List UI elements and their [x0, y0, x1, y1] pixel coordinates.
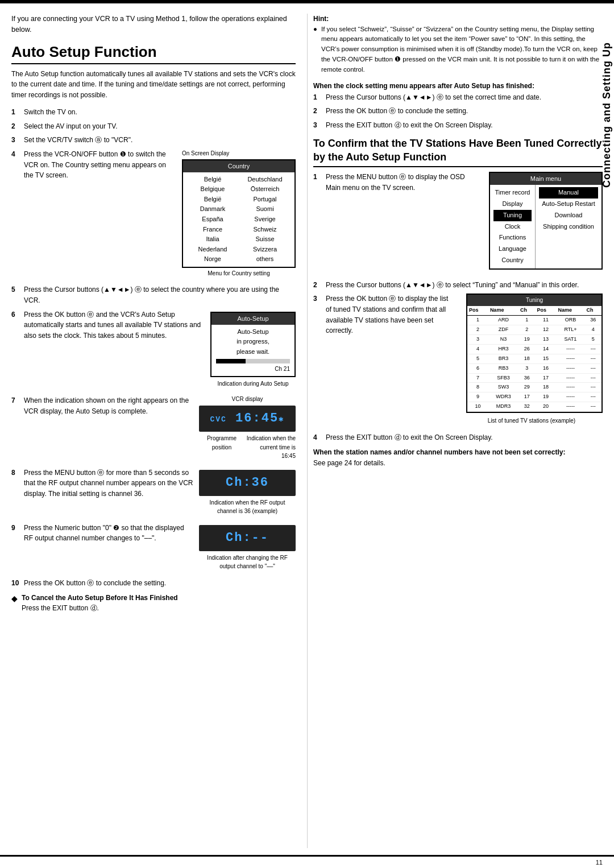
country-item: Nederland	[186, 245, 239, 255]
step-content-2: Select the AV input on your TV.	[24, 121, 296, 132]
station-note-heading: When the station names and/or channel nu…	[313, 448, 565, 456]
hint-title: Hint:	[313, 14, 603, 24]
vcr-prefix: CVC	[210, 415, 226, 424]
step-5: 5 Press the Cursor buttons (▲▼◄►) ⓔ to s…	[11, 284, 296, 305]
country-menu-block: On Screen Display Country Belgié Belgiqu…	[182, 149, 296, 278]
step-content-7: When the indication shown on the right a…	[24, 395, 193, 416]
step-1: 1 Switch the TV on.	[11, 107, 296, 118]
station-note: When the station names and/or channel nu…	[313, 447, 603, 468]
vcr-display3-block: Ch:-- Indication after changing the RF o…	[199, 523, 296, 571]
tuning-table-header-row: Pos Name Ch Pos Name Ch	[467, 306, 601, 315]
mm-sub-item: Shipping condition	[539, 221, 598, 233]
step-num-8: 8	[11, 468, 24, 499]
clock-step-text-3: Press the EXIT button ⓓ to exit the On S…	[326, 120, 493, 131]
table-row: 5BR31815--------	[467, 354, 601, 363]
auto-setup-box: Auto-Setup Auto-Setup in progress, pleas…	[210, 312, 296, 378]
step-num-1: 1	[11, 107, 24, 118]
vcr-display2: Ch:36	[199, 470, 296, 496]
main-menu-block: Main menu Timer record Display Tuning Cl…	[483, 172, 603, 273]
auto-setup-line1: Auto-Setup	[216, 327, 290, 337]
osd-main-menu: Main menu Timer record Display Tuning Cl…	[489, 172, 603, 270]
confirm-step-text-4: Press the EXIT button ⓓ to exit the On S…	[326, 432, 493, 443]
auto-setup-header: Auto-Setup	[211, 313, 294, 325]
step-9: Ch:-- Indication after changing the RF o…	[11, 523, 296, 574]
osd-mm-header: Main menu	[490, 173, 601, 185]
clock-heading: When the clock setting menu appears afte…	[313, 82, 603, 90]
country-item: Belgié	[186, 175, 239, 185]
country-item: Danmark	[186, 204, 239, 214]
step-num-9: 9	[11, 523, 24, 544]
col-name1: Name	[488, 306, 518, 315]
auto-setup-line2: in progress,	[216, 337, 290, 347]
tuning-table-body: 1ARD111ORB36 2ZDF212RTL+4 3N31913SAT15 4…	[467, 315, 601, 411]
ch-indicator: Ch 21	[216, 365, 290, 374]
left-column: If you are connecting your VCR to a TV u…	[11, 14, 307, 848]
step-num-2: 2	[11, 121, 24, 132]
step-4-text-row: 4 Press the VCR-ON/OFF button ❶ to switc…	[11, 149, 176, 181]
mm-item: Timer record	[493, 187, 532, 199]
right-column: Hint: ● If you select “Schweiz”, “Suisse…	[307, 14, 603, 848]
col-pos2: Pos	[536, 306, 557, 315]
step-2: 2 Select the AV input on your TV.	[11, 121, 296, 132]
country-menu-header: Country	[183, 160, 294, 172]
country-item: Svizzera	[239, 245, 291, 255]
mm-item: Functions	[493, 232, 532, 243]
confirm-step-num-3: 3	[313, 294, 326, 336]
country-item: Suisse	[239, 234, 291, 245]
osd-mm-left: Timer record Display Tuning Clock Functi…	[490, 185, 536, 268]
step-7-text-row: 7 When the indication shown on the right…	[11, 395, 193, 416]
step-num-4: 4	[11, 149, 24, 181]
step-content-9: Press the Numeric button "0" ❷ so that t…	[24, 523, 193, 544]
step-content-6: Press the OK button ⓔ and the VCR's Auto…	[24, 309, 205, 341]
mm-item: Language	[493, 243, 532, 255]
country-item: Schweiz	[239, 225, 291, 235]
country-item: België	[186, 195, 239, 205]
country-item: Belgique	[186, 184, 239, 195]
country-item: Italia	[186, 234, 239, 245]
mm-item: Display	[493, 199, 532, 210]
confirm-steps-list: Main menu Timer record Display Tuning Cl…	[313, 172, 603, 443]
step-num-5: 5	[11, 284, 24, 305]
tuning-table-block: Tuning Pos Name Ch Pos Name	[460, 294, 603, 425]
vcr-display1-block: VCR display CVC 16:45✱ Programme positio…	[199, 395, 296, 461]
step-content-8: Press the MENU button ⓔ for more than 5 …	[24, 468, 193, 499]
table-row: 8SW32918--------	[467, 383, 601, 392]
confirm-step-1: Main menu Timer record Display Tuning Cl…	[313, 172, 603, 276]
progress-bar-inner	[216, 359, 246, 363]
step-4: On Screen Display Country Belgié Belgiqu…	[11, 149, 296, 281]
confirm-step-3: Tuning Pos Name Ch Pos Name	[313, 294, 603, 428]
country-item: France	[186, 225, 239, 235]
col-ch2: Ch	[584, 306, 601, 315]
step-9-text-row: 9 Press the Numeric button "0" ❷ so that…	[11, 523, 193, 544]
country-col-2: Deutschland Österreich Portugal Suomi Sv…	[239, 175, 291, 264]
country-item: España	[186, 214, 239, 225]
auto-setup-block: Auto-Setup Auto-Setup in progress, pleas…	[210, 309, 296, 388]
col-ch1: Ch	[518, 306, 535, 315]
intro-text: If you are connecting your VCR to a TV u…	[11, 14, 296, 35]
sidebar-label: Connecting and Setting Up	[601, 42, 613, 188]
clock-step-3: 3 Press the EXIT button ⓓ to exit the On…	[313, 120, 603, 131]
step-content-1: Switch the TV on.	[24, 107, 296, 118]
hint-bullet-row: ● If you select “Schweiz”, “Suisse” or “…	[313, 24, 603, 75]
country-item: Österreich	[239, 184, 291, 195]
osd-mm-right: Manual Auto-Setup Restart Download Shipp…	[536, 185, 601, 268]
country-menu: Country Belgié Belgique België Danmark E…	[182, 159, 296, 268]
col-name2: Name	[556, 306, 584, 315]
auto-setup-line3: please wait.	[216, 347, 290, 357]
clock-step-text-1: Press the Cursor buttons (▲▼◄►) ⓔ to set…	[326, 92, 541, 103]
auto-setup-body: Auto-Setup in progress, please wait. Ch …	[211, 325, 294, 377]
left-steps-list: 1 Switch the TV on. 2 Select the AV inpu…	[11, 107, 296, 588]
country-col-1: Belgié Belgique België Danmark España Fr…	[186, 175, 239, 264]
mm-sub-item: Auto-Setup Restart	[539, 199, 598, 210]
mm-sub-item: Download	[539, 210, 598, 221]
osd-mm-body: Timer record Display Tuning Clock Functi…	[490, 185, 601, 268]
confirm-step-3-text-row: 3 Press the OK button ⓔ to display the l…	[313, 294, 455, 336]
step-num-3: 3	[11, 135, 24, 146]
confirm-heading: To Confirm that the TV Stations Have Bee…	[313, 137, 603, 167]
confirm-step-num-4: 4	[313, 432, 326, 443]
step-num-10: 10	[11, 578, 24, 589]
vcr-display1-captions: Programme position Indication when the c…	[199, 434, 296, 461]
tuning-table: Pos Name Ch Pos Name Ch	[467, 306, 601, 412]
confirm-step-text-1: Press the MENU button ⓔ to display the O…	[326, 172, 478, 193]
page-number: 11	[0, 857, 614, 868]
